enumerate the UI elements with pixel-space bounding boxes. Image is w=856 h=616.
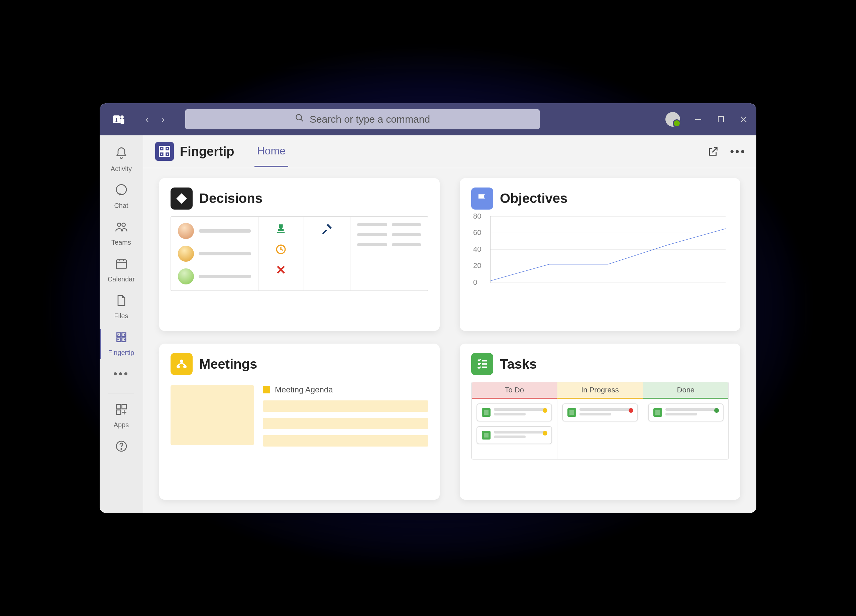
- meeting-agenda-label: Meeting Agenda: [263, 385, 428, 395]
- table-row[interactable]: [178, 269, 251, 284]
- decisions-table: [171, 216, 428, 291]
- tabbar: Fingertip Home •••: [143, 135, 756, 168]
- objectives-chart: 020406080: [490, 216, 725, 283]
- rail-label: Calendar: [108, 275, 135, 283]
- table-row[interactable]: [178, 246, 251, 262]
- rail-label: Apps: [114, 421, 129, 429]
- kanban-col-header: In Progress: [557, 383, 642, 399]
- svg-point-9: [116, 184, 126, 195]
- profile-avatar[interactable]: [665, 112, 680, 127]
- search-icon: [295, 113, 304, 125]
- close-button[interactable]: [739, 115, 748, 124]
- tasks-card[interactable]: Tasks To Do In Progress: [460, 344, 740, 500]
- status-dot-icon: [629, 408, 633, 413]
- kanban-col-todo: To Do: [472, 383, 557, 459]
- rail-separator: [108, 393, 134, 393]
- gavel-icon: [321, 223, 333, 237]
- back-button[interactable]: ‹: [140, 113, 154, 126]
- meeting-preview[interactable]: [171, 385, 254, 445]
- svg-line-30: [182, 363, 185, 365]
- task-card[interactable]: [562, 403, 637, 421]
- svg-point-2: [120, 115, 124, 119]
- rail-item-teams[interactable]: Teams: [100, 216, 143, 252]
- rail-item-help[interactable]: [100, 435, 143, 464]
- svg-rect-17: [122, 404, 126, 409]
- table-row[interactable]: [178, 223, 251, 239]
- stamp-icon: [275, 223, 286, 237]
- meetings-card[interactable]: Meetings Meeting Agenda: [159, 344, 440, 500]
- kanban-col-header: To Do: [472, 383, 557, 399]
- avatar-icon: [178, 269, 194, 284]
- rail-item-chat[interactable]: Chat: [100, 179, 143, 216]
- kanban-col-done: Done: [644, 383, 728, 459]
- titlebar: T ‹ › Search or type a command: [100, 103, 756, 135]
- nav-arrows: ‹ ›: [140, 113, 170, 126]
- app-badge-icon: [155, 142, 174, 161]
- maximize-button[interactable]: [716, 115, 725, 124]
- task-type-icon: [482, 431, 491, 439]
- card-title: Objectives: [500, 191, 567, 206]
- card-title: Tasks: [500, 356, 537, 372]
- placeholder-bar: [263, 400, 428, 412]
- svg-rect-21: [176, 193, 186, 204]
- sidebar-rail: Activity Chat Teams Calendar Files Finge…: [100, 135, 143, 513]
- rail-label: Fingertip: [108, 349, 134, 356]
- rail-item-fingertip[interactable]: Fingertip: [100, 326, 143, 363]
- svg-rect-6: [718, 117, 724, 122]
- avatar-icon: [178, 246, 194, 262]
- svg-point-28: [183, 365, 186, 368]
- search-input[interactable]: Search or type a command: [185, 109, 540, 129]
- placeholder-bar: [263, 435, 428, 447]
- minimize-button[interactable]: [693, 115, 703, 124]
- table-row[interactable]: [357, 223, 421, 226]
- table-row[interactable]: [357, 243, 421, 246]
- rail-label: Teams: [111, 239, 131, 246]
- svg-line-4: [300, 119, 303, 122]
- teams-logo-icon: T: [110, 111, 127, 128]
- forward-button[interactable]: ›: [157, 113, 170, 126]
- kanban-board: To Do In Progress: [471, 382, 729, 459]
- tab-home[interactable]: Home: [254, 136, 288, 167]
- meetings-icon: [171, 353, 192, 375]
- placeholder-bar: [263, 418, 428, 429]
- apps-icon: [115, 403, 128, 419]
- svg-text:T: T: [115, 116, 119, 123]
- objectives-card[interactable]: Objectives 020406080: [460, 178, 740, 331]
- decisions-card[interactable]: Decisions: [159, 178, 440, 331]
- rail-label: Files: [114, 312, 128, 320]
- rail-item-activity[interactable]: Activity: [100, 142, 143, 179]
- rail-item-files[interactable]: Files: [100, 289, 143, 326]
- chat-icon: [115, 183, 128, 200]
- clock-icon: [275, 244, 286, 258]
- task-card[interactable]: [476, 426, 552, 444]
- kanban-col-header: Done: [644, 383, 728, 399]
- task-card[interactable]: [476, 403, 552, 421]
- svg-point-26: [180, 359, 183, 363]
- decisions-icon: [171, 187, 192, 210]
- kanban-col-progress: In Progress: [557, 383, 643, 459]
- popout-button[interactable]: [707, 145, 720, 158]
- fingertip-app-icon: [115, 330, 128, 347]
- table-row[interactable]: [357, 233, 421, 236]
- rail-item-more[interactable]: •••: [100, 363, 143, 389]
- status-dot-icon: [714, 408, 719, 413]
- app-window: T ‹ › Search or type a command Activity: [100, 103, 756, 513]
- search-placeholder: Search or type a command: [309, 114, 430, 125]
- rail-item-calendar[interactable]: Calendar: [100, 252, 143, 289]
- help-icon: [115, 439, 128, 456]
- cross-icon: [276, 264, 286, 277]
- more-icon: •••: [113, 367, 129, 380]
- rail-item-apps[interactable]: Apps: [100, 398, 143, 435]
- card-title: Decisions: [199, 191, 262, 206]
- svg-point-11: [122, 223, 125, 226]
- svg-point-10: [117, 223, 121, 226]
- task-type-icon: [653, 408, 662, 417]
- svg-rect-18: [116, 410, 121, 414]
- svg-rect-22: [277, 232, 285, 233]
- more-actions-button[interactable]: •••: [731, 145, 744, 158]
- task-type-icon: [567, 408, 576, 417]
- card-title: Meetings: [199, 356, 257, 372]
- objectives-icon: [471, 187, 493, 210]
- task-card[interactable]: [648, 403, 724, 421]
- rail-label: Chat: [114, 202, 128, 210]
